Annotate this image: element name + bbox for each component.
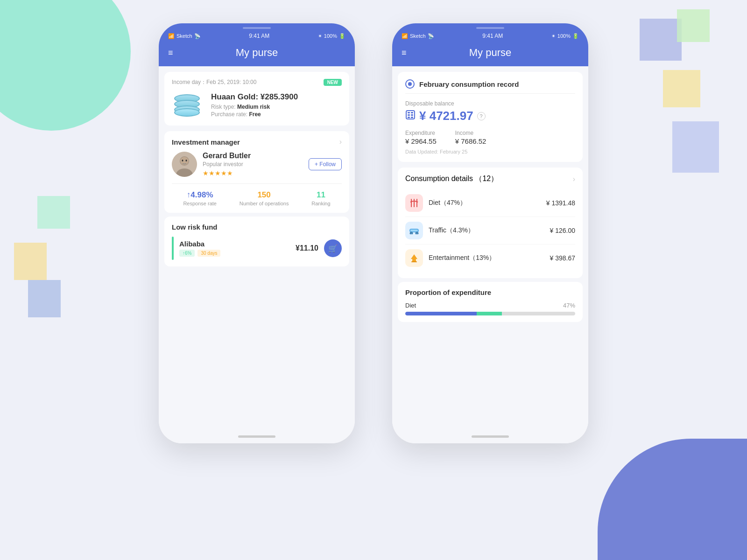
signal-icon: 📶 [168,33,175,39]
product-risk: Risk type: Medium risk [211,104,342,110]
bluetooth-icon: ✴ [318,33,322,39]
bg-decoration-purple-top-right [640,19,682,61]
bg-decoration-green-circle [0,0,131,131]
svg-point-18 [410,232,413,234]
manager-stats: ↑4.98% Response rate 150 Number of opera… [172,190,342,206]
menu-icon[interactable]: ≡ [168,48,173,58]
battery-label: 100% [324,33,337,39]
fund-item: Alibaba ↑6% 30 days ¥11.10 🛒 [172,237,342,260]
low-risk-fund-section: Low risk fund Alibaba ↑6% 30 days ¥11.10… [164,217,349,266]
entertainment-name: Entertainment（13%） [429,254,550,262]
data-updated: Data Updated: February 25 [405,149,575,154]
proportion-section: Proportion of expenditure Diet 47% [398,282,583,322]
consumption-details-title: Consumption details （12） [405,174,498,184]
manager-name: Gerard Butler [203,152,303,160]
record-circle-icon [405,79,415,89]
svg-marker-20 [411,254,417,259]
proportion-bar-blue [405,312,477,315]
income-item: Income ¥ 7686.52 [455,130,486,145]
income-card: Income day：Feb 25, 2019: 10:00 NEW Huaan [164,72,349,126]
diet-amount: ¥ 1391.48 [546,199,575,207]
low-risk-fund-title: Low risk fund [172,223,218,231]
investment-manager-section: Investment manager › [164,131,349,213]
bluetooth-icon-2: ✴ [551,33,556,39]
stat-response-rate: ↑4.98% Response rate [183,190,217,206]
consumption-traffic-item: Traffic（4.3%） ¥ 126.00 [405,217,575,245]
battery-label-2: 100% [557,33,571,39]
traffic-name: Traffic（4.3%） [429,226,550,235]
proportion-diet-item: Diet 47% [405,302,575,309]
risk-value: Medium risk [237,104,270,110]
entertainment-icon [405,249,423,267]
expenditure-label: Expenditure [405,130,437,136]
bg-decoration-blue-bottom-right [598,439,747,560]
status-time-2: 9:41 AM [482,33,503,39]
entertainment-amount: ¥ 398.67 [550,254,576,262]
fund-name: Alibaba [179,240,290,248]
follow-button[interactable]: + Follow [309,158,342,170]
svg-rect-9 [408,114,410,116]
wifi-icon-2: 📡 [428,33,434,39]
bg-decoration-yellow-rect [14,243,47,280]
signal-icon-2: 📶 [402,33,408,39]
header-title: My purse [236,47,278,59]
consumption-record-section: February consumption record Disposable b… [398,72,583,162]
phone-2-status-bar: 📶 Sketch 📡 9:41 AM ✴ 100% 🔋 [392,29,588,41]
income-amount: ¥ 7686.52 [455,137,486,145]
consumption-chevron-icon[interactable]: › [573,175,575,183]
manager-info: Gerard Butler Popular investor ★★★★★ + F… [172,152,342,184]
fund-tag-days: 30 days [197,250,220,257]
fund-cart-button[interactable]: 🛒 [324,239,342,257]
stat-operations: 150 Number of operations [240,190,289,206]
manager-details: Gerard Butler Popular investor ★★★★★ [203,152,303,177]
chevron-right-icon[interactable]: › [339,138,342,146]
product-info: Huaan Gold: ¥285.3900 Risk type: Medium … [211,92,342,118]
wifi-icon: 📡 [194,33,201,39]
svg-rect-22 [411,261,417,262]
svg-rect-11 [408,117,410,118]
phones-container: 📶 Sketch 📡 9:41 AM ✴ 100% 🔋 ≡ My purse I… [159,23,588,443]
balance-label: Disposable balance [405,100,575,107]
diet-name: Diet（47%） [429,199,546,207]
phone-2-notch [392,23,588,29]
balance-split: Expenditure ¥ 2964.55 Income ¥ 7686.52 [405,130,575,145]
avatar [172,152,197,177]
svg-rect-12 [411,117,413,118]
consumption-diet-item: Diet（47%） ¥ 1391.48 [405,189,575,217]
purchase-value: Free [249,111,261,118]
diet-icon [405,194,423,212]
stat-value-operations: 150 [240,190,289,200]
fund-tags: ↑6% 30 days [179,250,290,257]
income-card-header: Income day：Feb 25, 2019: 10:00 NEW [172,78,342,86]
bg-decoration-green-top-right [677,9,710,42]
product-icon [172,91,204,119]
record-icon-dot [408,82,412,86]
consumption-entertainment-item: Entertainment（13%） ¥ 398.67 [405,245,575,272]
svg-point-4 [182,160,183,161]
balance-amount: ¥ 4721.97 [419,109,473,123]
battery-icon-2: 🔋 [572,33,579,39]
menu-icon-2[interactable]: ≡ [402,48,407,58]
traffic-amount: ¥ 126.00 [550,227,576,234]
signal-label: Sketch [176,33,192,39]
phone-1-status-bar: 📶 Sketch 📡 9:41 AM ✴ 100% 🔋 [159,29,355,41]
investment-manager-header: Investment manager › [172,138,342,146]
phone-2-header: ≡ My purse [392,41,588,66]
proportion-bar-gray [502,312,575,315]
balance-section: Disposable balance [405,100,575,123]
coin-stack [174,93,202,117]
income-product: Huaan Gold: ¥285.3900 Risk type: Medium … [172,91,342,119]
record-title: February consumption record [419,80,519,88]
svg-point-5 [186,160,187,161]
bg-decoration-purple-right [672,121,719,173]
avatar-image [172,152,197,177]
help-icon[interactable]: ? [477,112,486,120]
header-title-2: My purse [469,47,511,59]
bg-decoration-green-rect [37,196,70,229]
proportion-diet-pct: 47% [563,302,575,309]
stat-label-response: Response rate [183,201,217,206]
phone-2-home-indicator [392,430,588,443]
svg-rect-7 [408,112,410,113]
stat-value-response: ↑4.98% [183,190,217,200]
low-risk-fund-header: Low risk fund [172,223,342,231]
